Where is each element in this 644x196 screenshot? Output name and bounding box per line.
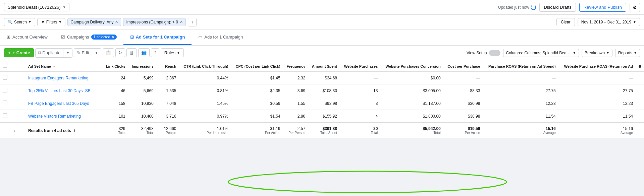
settings-button[interactable]: ⚙: [630, 3, 640, 12]
row2-name-cell: Top 25% Visitors Last 30 Days- SB: [25, 84, 102, 97]
name-header[interactable]: Ad Set Name ▼: [25, 60, 102, 72]
users-button[interactable]: 👥: [138, 48, 150, 57]
website-purchase-roas-header[interactable]: Website Purchase ROAS (Return on Ad: [558, 60, 636, 72]
row2-extra: [636, 84, 644, 97]
campaigns-badge: 1 selected ✕: [91, 35, 117, 40]
purchase-roas-header[interactable]: Purchase ROAS (Return on Ad Spend): [483, 60, 558, 72]
select-all-header: [0, 60, 11, 72]
export-button[interactable]: ⤴: [151, 48, 159, 57]
tab-ads[interactable]: ▭ Ads for 1 Campaign: [192, 29, 250, 45]
view-setup-toggle: View Setup: [467, 50, 500, 56]
search-button[interactable]: 🔍 Search ▼: [4, 18, 35, 26]
sort-icon: ▼: [53, 65, 56, 68]
results-label: Results from 4 ad sets: [28, 128, 71, 133]
columns-dropdown[interactable]: Columns: Columns: Splendid Beast Standar…: [503, 49, 579, 57]
tab-campaigns[interactable]: ☑ Campaigns 1 selected ✕: [54, 29, 123, 45]
impressions-chip[interactable]: Impressions (Campaign): > 0 ✕: [123, 18, 185, 26]
row1-frequency: 2.32: [283, 72, 308, 84]
edit-button[interactable]: ✎ Edit: [74, 49, 92, 57]
link-clicks-header[interactable]: Link Clicks: [102, 60, 128, 72]
review-publish-button[interactable]: Review and Publish: [579, 3, 626, 12]
ctr-header[interactable]: CTR (Link Click-Through): [179, 60, 231, 72]
results-label-cell: Results from 4 ad sets ℹ: [25, 123, 102, 138]
updated-status: Updated just now: [498, 5, 536, 10]
create-button[interactable]: + + Create: [4, 48, 34, 57]
copy-icon: 📋: [106, 50, 111, 55]
duplicate-arrow-button[interactable]: ▼: [63, 49, 72, 56]
reach-header[interactable]: Reach: [156, 60, 179, 72]
row2-website-purchases: 13: [340, 84, 380, 97]
impressions-header[interactable]: Impressions: [128, 60, 156, 72]
select-all-checkbox[interactable]: [3, 63, 7, 68]
row3-checkbox[interactable]: [3, 101, 7, 105]
row2-checkbox[interactable]: [3, 88, 7, 92]
row3-name[interactable]: FB Page Engagers Last 365 Days: [28, 101, 89, 106]
row2-name[interactable]: Top 25% Visitors Last 30 Days- SB: [28, 88, 91, 93]
clear-button[interactable]: Clear: [556, 18, 575, 26]
pencil-icon: ✎: [77, 50, 80, 55]
campaign-delivery-chip[interactable]: Campaign Delivery: Any ✕: [67, 18, 121, 26]
row4-purchase-roas: 11.54: [483, 110, 558, 123]
website-purchases-header[interactable]: Website Purchases: [340, 60, 380, 72]
top-bar-left: Splendid Beast (10712626) ▼: [4, 3, 69, 11]
add-column-header[interactable]: ⊕: [636, 60, 644, 72]
edit-arrow-button[interactable]: ▼: [92, 49, 101, 56]
results-cpc: $1.19Per Action: [231, 123, 283, 138]
amount-spent-header[interactable]: Amount Spent: [308, 60, 340, 72]
row4-ctr: 0.97%: [179, 110, 231, 123]
view-setup-switch[interactable]: [489, 50, 500, 56]
reports-dropdown[interactable]: Reports ▼: [615, 49, 640, 57]
ads-icon: ▭: [198, 35, 202, 40]
row3-cost-per-purchase: $30.99: [443, 97, 483, 110]
row2-website-purchase-roas: 27.75: [558, 84, 636, 97]
refresh-icon[interactable]: [531, 5, 536, 10]
rules-button[interactable]: Rules ▼: [161, 48, 184, 57]
campaigns-icon: ☑: [61, 35, 65, 40]
close-chip1-icon[interactable]: ✕: [115, 20, 118, 24]
cpc-header[interactable]: CPC (Cost per Link Click): [231, 60, 283, 72]
row1-name[interactable]: Instagram Engagers Remarketing: [28, 76, 88, 80]
account-selector[interactable]: Splendid Beast (10712626) ▼: [4, 3, 69, 11]
row3-link-clicks: 158: [102, 97, 128, 110]
results-frequency: 2.57Per Person: [283, 123, 308, 138]
row4-name[interactable]: Website Visitors Remarketing: [28, 114, 81, 119]
results-cost-per-purchase: $19.59Per Action: [443, 123, 483, 138]
clear-campaigns-selection-icon[interactable]: ✕: [111, 35, 114, 39]
row3-purchase-roas: 12.23: [483, 97, 558, 110]
filters-button[interactable]: ▼ Filters ▼: [37, 18, 65, 26]
row4-name-cell: Website Visitors Remarketing: [25, 110, 102, 123]
top-bar-right: Updated just now Discard Drafts Review a…: [498, 3, 640, 12]
row2-wp-conversion: $3,005.00: [380, 84, 443, 97]
close-chip2-icon[interactable]: ✕: [180, 20, 183, 24]
results-website-purchases: 20Total: [340, 123, 380, 138]
duplicate-button[interactable]: ⧉ Duplicate: [36, 49, 63, 57]
copy-button[interactable]: 📋: [103, 48, 114, 57]
breakdown-dropdown[interactable]: Breakdown ▼: [582, 49, 612, 57]
results-row: › Results from 4 ad sets ℹ 329Total 32,4…: [0, 123, 644, 138]
chevron-down-icon: ▼: [573, 51, 576, 55]
row3-toggle-cell: [11, 97, 25, 110]
row4-checkbox[interactable]: [3, 113, 7, 118]
discard-drafts-button[interactable]: Discard Drafts: [539, 3, 576, 12]
filter-left: 🔍 Search ▼ ▼ Filters ▼ Campaign Delivery…: [4, 18, 197, 26]
tab-account-overview[interactable]: ⊞ Account Overview: [0, 29, 54, 45]
cost-per-purchase-header[interactable]: Cost per Purchase: [443, 60, 483, 72]
add-filter-button[interactable]: +: [188, 18, 197, 26]
data-table: Ad Set Name ▼ Link Clicks Impressions Re…: [0, 60, 644, 138]
refresh-icon: ↻: [118, 50, 122, 55]
date-range-picker[interactable]: Nov 1, 2019 – Dec 31, 2019 ▼: [578, 18, 640, 26]
row1-checkbox[interactable]: [3, 75, 7, 80]
refresh-table-button[interactable]: ↻: [115, 48, 125, 57]
row3-wp-conversion: $1,137.00: [380, 97, 443, 110]
row1-extra: [636, 72, 644, 84]
info-icon[interactable]: ℹ: [73, 128, 75, 133]
table-row: Website Visitors Remarketing 101 10,400 …: [0, 110, 644, 123]
delete-button[interactable]: 🗑: [126, 48, 137, 57]
frequency-header[interactable]: Frequency: [283, 60, 308, 72]
website-purchases-conversion-header[interactable]: Website Purchases Conversion: [380, 60, 443, 72]
expand-icon[interactable]: ›: [13, 128, 15, 133]
results-reach: 12,660People: [156, 123, 179, 138]
chevron-down-icon: ▼: [28, 20, 32, 24]
row1-cost-per-purchase: —: [443, 72, 483, 84]
tab-ad-sets[interactable]: ⊞ Ad Sets for 1 Campaign: [123, 29, 192, 45]
